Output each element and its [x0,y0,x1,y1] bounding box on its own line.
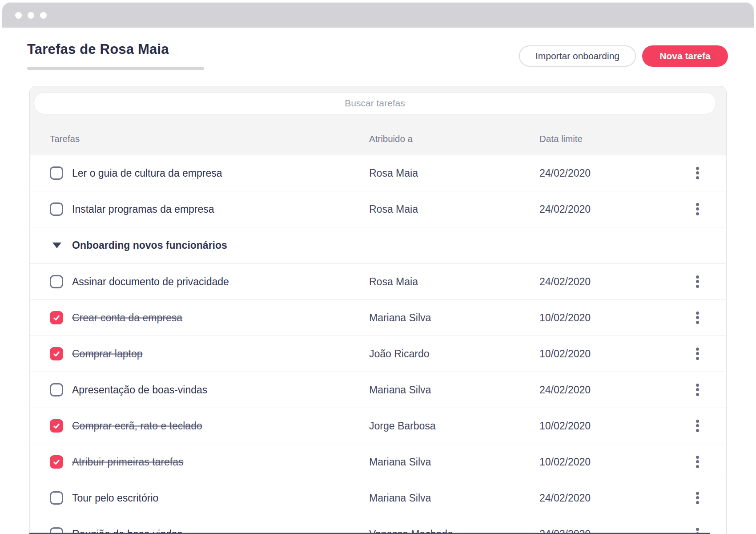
table-row: Reunião de boas-vindas Vanessa Machado 2… [30,516,726,534]
assignee-cell: João Ricardo [369,348,430,360]
kebab-dot [696,429,699,432]
page-content: Tarefas de Rosa Maia Importar onboarding… [2,28,754,534]
title-underline [27,67,204,70]
import-onboarding-button[interactable]: Importar onboarding [519,45,636,67]
row-menu-kebab-icon[interactable] [691,488,704,508]
table-row: Assinar documento de privacidade Rosa Ma… [30,264,726,300]
column-header-due-date: Data limite [539,134,583,144]
assignee-cell: Rosa Maia [369,275,418,287]
table-row: Atribuir primeiras tarefas Mariana Silva… [30,444,726,480]
kebab-dot [696,384,699,387]
table-row: Apresentação de boas-vindas Mariana Silv… [30,372,726,408]
due-date-cell: 10/02/2020 [539,348,591,360]
window-control-dot-icon[interactable] [28,12,34,19]
kebab-dot [696,348,699,351]
due-date-cell: 10/02/2020 [539,456,591,468]
kebab-dot [696,212,699,215]
row-menu-kebab-icon[interactable] [691,452,704,472]
task-label: Crear conta da empresa [72,312,182,324]
row-menu-kebab-icon[interactable] [691,344,704,364]
task-label: Assinar documento de privacidade [72,275,229,287]
kebab-dot [696,167,699,170]
kebab-dot [696,393,699,396]
table-row: Comprar laptop João Ricardo 10/02/2020 [30,336,726,372]
kebab-dot [696,285,699,288]
due-date-cell: 24/02/2020 [539,275,591,287]
page-title: Tarefas de Rosa Maia [27,41,169,57]
kebab-dot [696,528,699,531]
task-table-body: Ler o guia de cultura da empresa Rosa Ma… [30,155,726,534]
task-checkbox[interactable] [50,383,63,396]
checkmark-icon [52,350,60,358]
kebab-dot [696,321,699,324]
kebab-dot [696,388,699,391]
due-date-cell: 10/02/2020 [539,312,591,324]
kebab-dot [696,176,699,179]
row-menu-kebab-icon[interactable] [691,416,704,436]
kebab-dot [696,275,699,279]
assignee-cell: Mariana Silva [369,492,431,504]
task-label: Apresentação de boas-vindas [72,384,207,396]
kebab-dot [696,456,699,459]
table-row: Crear conta da empresa Mariana Silva 10/… [30,300,726,336]
group-row-label: Onboarding novos funcionários [72,239,227,251]
checkmark-icon [52,458,60,466]
group-row: Onboarding novos funcionários [30,227,726,264]
due-date-cell: 24/02/2020 [539,492,591,504]
task-checkbox[interactable] [50,455,63,469]
kebab-dot [696,424,699,427]
table-row: Comprar ecrã, rato e teclado Jorge Barbo… [30,408,726,444]
task-checkbox[interactable] [50,347,63,360]
kebab-dot [696,316,699,319]
kebab-dot [696,312,699,315]
assignee-cell: Mariana Silva [369,312,431,324]
new-task-button-label: Nova tarefa [659,51,710,61]
task-label: Ler o guia de cultura da empresa [72,167,222,179]
task-checkbox[interactable] [50,202,63,216]
row-menu-kebab-icon[interactable] [691,380,704,400]
task-label: Comprar ecrã, rato e teclado [72,420,202,432]
task-panel: Tarefas Atribuido a Data limite Ler o gu… [29,86,727,534]
row-menu-kebab-icon[interactable] [691,307,704,328]
kebab-dot [696,171,699,174]
table-row: Ler o guia de cultura da empresa Rosa Ma… [30,155,726,191]
checkmark-icon [52,422,60,430]
table-row: Tour pelo escritório Mariana Silva 24/02… [30,480,726,516]
column-header-tasks: Tarefas [50,134,80,144]
task-checkbox[interactable] [50,166,63,180]
task-label: Tour pelo escritório [72,492,158,504]
task-checkbox[interactable] [50,311,63,324]
task-label: Comprar laptop [72,348,143,360]
task-checkbox[interactable] [50,491,63,505]
row-menu-kebab-icon[interactable] [691,271,704,292]
kebab-dot [696,207,699,210]
window-control-dot-icon[interactable] [40,12,47,19]
due-date-cell: 24/02/2020 [539,167,591,179]
due-date-cell: 24/02/2020 [539,203,591,215]
kebab-dot [696,357,699,360]
row-menu-kebab-icon[interactable] [691,199,704,219]
window-control-dot-icon[interactable] [15,12,22,19]
kebab-dot [696,496,699,499]
kebab-dot [696,465,699,468]
task-checkbox[interactable] [50,419,63,433]
assignee-cell: Mariana Silva [369,384,431,396]
assignee-cell: Rosa Maia [369,203,418,215]
table-header: Tarefas Atribuido a Data limite [30,118,726,155]
search-input[interactable] [34,92,716,114]
kebab-dot [696,352,699,355]
task-checkbox[interactable] [50,275,63,288]
kebab-dot [696,460,699,463]
import-onboarding-button-label: Importar onboarding [535,51,619,61]
kebab-dot [696,203,699,206]
collapse-triangle-icon[interactable] [52,243,61,248]
due-date-cell: 24/02/2020 [539,384,591,396]
row-menu-kebab-icon[interactable] [691,163,704,183]
window-titlebar [2,3,754,28]
app-window: Tarefas de Rosa Maia Importar onboarding… [2,3,754,534]
kebab-dot [696,501,699,504]
kebab-dot [696,280,699,283]
new-task-button[interactable]: Nova tarefa [642,45,728,67]
assignee-cell: Rosa Maia [369,167,418,179]
task-label: Atribuir primeiras tarefas [72,456,184,468]
